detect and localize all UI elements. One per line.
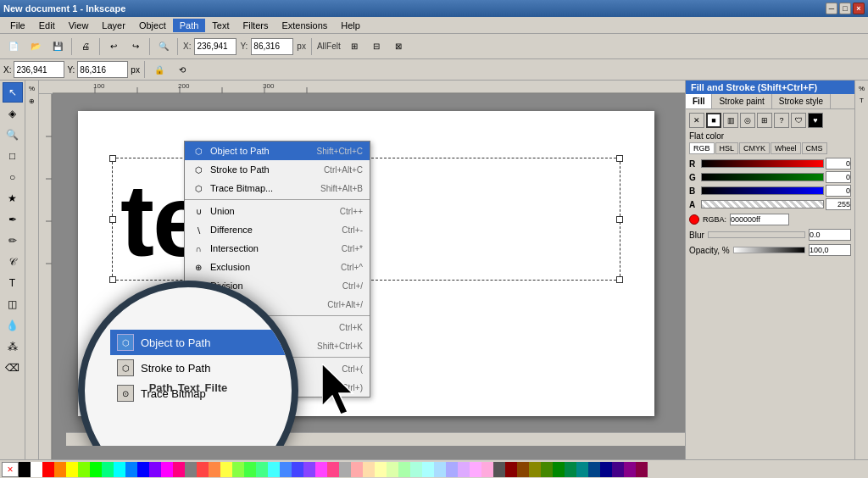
ctx-x-input[interactable] — [14, 61, 64, 78]
menu-text[interactable]: Text — [205, 19, 236, 32]
redo-button[interactable]: ↪ — [125, 36, 146, 57]
palette-color-swatch[interactable] — [600, 462, 612, 477]
pen-tool[interactable]: ✒ — [3, 209, 23, 230]
dropdown-item-exclusion[interactable]: ⊕ Exclusion Ctrl+^ — [185, 258, 370, 276]
menu-filters[interactable]: Filters — [236, 19, 275, 32]
palette-color-swatch[interactable] — [256, 462, 268, 477]
palette-color-swatch[interactable] — [446, 462, 458, 477]
select-tool[interactable]: ↖ — [3, 82, 23, 103]
palette-none-button[interactable]: × — [2, 462, 19, 477]
palette-color-swatch[interactable] — [410, 462, 422, 477]
palette-color-swatch[interactable] — [624, 462, 636, 477]
b-bar[interactable] — [701, 186, 824, 195]
palette-color-swatch[interactable] — [125, 462, 137, 477]
magnify-item-object-to-path[interactable]: ⬡ Object to Path — [110, 330, 288, 355]
fill-swatch-button[interactable]: ♥ — [808, 113, 823, 128]
rgba-input[interactable] — [730, 214, 789, 225]
blur-slider[interactable] — [708, 231, 805, 238]
close-button[interactable]: × — [853, 3, 865, 14]
dropdown-item-stroke-to-path[interactable]: ⬡ Stroke to Path Ctrl+Alt+C — [185, 160, 370, 179]
menu-extensions[interactable]: Extensions — [275, 19, 334, 32]
dropper-tool[interactable]: 💧 — [3, 315, 23, 336]
palette-color-swatch[interactable] — [42, 462, 54, 477]
palette-color-swatch[interactable] — [339, 462, 351, 477]
palette-color-swatch[interactable] — [565, 462, 576, 477]
palette-color-swatch[interactable] — [315, 462, 327, 477]
mode-cmyk[interactable]: CMYK — [739, 142, 770, 154]
node-tool[interactable]: ◈ — [3, 103, 23, 124]
calligraphy-tool[interactable]: 𝒞 — [3, 252, 23, 272]
handle-mr[interactable] — [616, 216, 623, 223]
palette-color-swatch[interactable] — [244, 462, 256, 477]
menu-path[interactable]: Path — [173, 19, 206, 32]
dropdown-item-union[interactable]: ∪ Union Ctrl++ — [185, 202, 370, 220]
magnify-item-stroke-to-path[interactable]: ⬡ Stroke to Path — [110, 355, 288, 381]
menu-object[interactable]: Object — [132, 19, 173, 32]
palette-color-swatch[interactable] — [173, 462, 185, 477]
palette-color-swatch[interactable] — [54, 462, 66, 477]
pencil-tool[interactable]: ✏ — [3, 231, 23, 251]
star-tool[interactable]: ★ — [3, 188, 23, 208]
fill-pattern-button[interactable]: ⊞ — [757, 113, 772, 128]
palette-color-swatch[interactable] — [493, 462, 505, 477]
tab-stroke-paint[interactable]: Stroke paint — [712, 94, 771, 108]
fill-linear-button[interactable]: ▥ — [723, 113, 738, 128]
fill-radial-button[interactable]: ◎ — [740, 113, 755, 128]
palette-color-swatch[interactable] — [220, 462, 232, 477]
zoom-tool[interactable]: 🔍 — [3, 125, 23, 145]
right-snap-1[interactable]: % — [856, 82, 868, 94]
snap-btn-1[interactable]: % — [26, 82, 38, 94]
fill-unknown-button[interactable]: ? — [774, 113, 789, 128]
mode-rgb[interactable]: RGB — [689, 142, 715, 154]
canvas-content[interactable]: tekst ⬡ Object to Path S — [53, 94, 685, 446]
palette-color-swatch[interactable] — [19, 462, 31, 477]
right-snap-2[interactable]: T — [856, 94, 868, 106]
spray-tool[interactable]: ⁂ — [3, 336, 23, 357]
text-tool[interactable]: T — [3, 273, 23, 293]
a-bar[interactable] — [701, 200, 824, 208]
new-button[interactable]: 📄 — [3, 36, 24, 57]
handle-tr[interactable] — [616, 155, 623, 162]
palette-color-swatch[interactable] — [588, 462, 600, 477]
palette-color-swatch[interactable] — [517, 462, 529, 477]
lock-ratio-button[interactable]: 🔒 — [149, 59, 170, 80]
palette-color-swatch[interactable] — [434, 462, 446, 477]
opacity-slider[interactable] — [733, 247, 805, 253]
palette-color-swatch[interactable] — [292, 462, 303, 477]
palette-color-swatch[interactable] — [268, 462, 280, 477]
menu-view[interactable]: View — [62, 19, 96, 32]
dropdown-item-trace-bitmap[interactable]: ⬡ Trace Bitmap... Shift+Alt+B — [185, 179, 370, 197]
palette-color-swatch[interactable] — [458, 462, 470, 477]
menu-edit[interactable]: Edit — [32, 19, 62, 32]
palette-color-swatch[interactable] — [161, 462, 173, 477]
view-options[interactable]: ⊞ — [344, 36, 364, 57]
dropdown-item-intersection[interactable]: ∩ Intersection Ctrl+* — [185, 239, 370, 258]
palette-color-swatch[interactable] — [209, 462, 220, 477]
mode-wheel[interactable]: Wheel — [771, 142, 801, 154]
rect-tool[interactable]: □ — [3, 146, 23, 166]
palette-color-swatch[interactable] — [529, 462, 541, 477]
palette-color-swatch[interactable] — [636, 462, 648, 477]
palette-color-swatch[interactable] — [398, 462, 410, 477]
maximize-button[interactable]: □ — [839, 3, 851, 14]
palette-color-swatch[interactable] — [185, 462, 197, 477]
menu-layer[interactable]: Layer — [95, 19, 132, 32]
palette-color-swatch[interactable] — [303, 462, 315, 477]
palette-color-swatch[interactable] — [505, 462, 517, 477]
handle-tl[interactable] — [109, 155, 116, 162]
fill-flat-button[interactable]: ■ — [706, 113, 721, 128]
zoom-in-button[interactable]: 🔍 — [153, 36, 174, 57]
palette-color-swatch[interactable] — [553, 462, 565, 477]
palette-color-swatch[interactable] — [280, 462, 292, 477]
r-input[interactable] — [826, 158, 851, 170]
a-input[interactable] — [826, 198, 851, 210]
tab-fill[interactable]: Fill — [686, 94, 712, 108]
palette-color-swatch[interactable] — [31, 462, 42, 477]
circle-tool[interactable]: ○ — [3, 167, 23, 187]
mode-cms[interactable]: CMS — [802, 142, 827, 154]
view-options3[interactable]: ⊠ — [388, 36, 409, 57]
mode-hsl[interactable]: HSL — [715, 142, 739, 154]
transform-button[interactable]: ⟲ — [172, 59, 192, 80]
menu-file[interactable]: File — [3, 19, 32, 32]
blur-input[interactable] — [809, 229, 851, 241]
